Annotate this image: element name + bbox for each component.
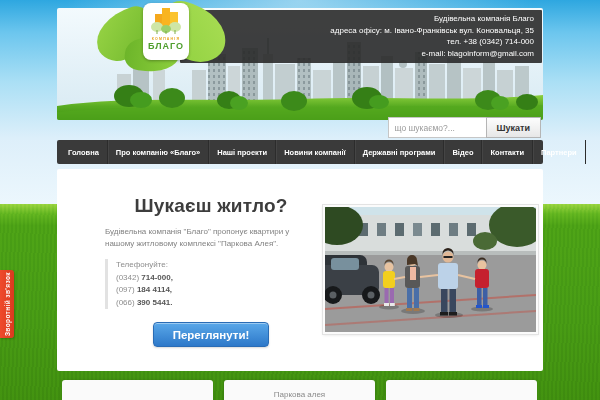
main-navigation: Головна Про компанію «Благо» Наші проект… <box>57 140 543 164</box>
footer-card-parkova-aleya[interactable]: Паркова алея <box>224 380 375 400</box>
nav-item-partners[interactable]: Партнери <box>533 140 586 164</box>
search-button[interactable]: Шукати <box>486 117 542 138</box>
nav-item-video[interactable]: Відео <box>444 140 482 164</box>
nav-item-projects[interactable]: Наші проекти <box>209 140 276 164</box>
intro-text: Будівельна компанія "Благо" пропонує ква… <box>105 226 317 250</box>
logo[interactable]: КОМПАНІЯ БЛАГО <box>95 0 231 82</box>
view-apartments-button[interactable]: Переглянути! <box>153 322 269 347</box>
nav-item-about[interactable]: Про компанію «Благо» <box>108 140 209 164</box>
family-photo <box>323 205 538 334</box>
logo-card: КОМПАНІЯ БЛАГО <box>143 3 189 60</box>
footer-card-label: Паркова алея <box>274 390 325 399</box>
nav-item-news[interactable]: Новини компанії <box>276 140 355 164</box>
phone-entry: (0342) 714-000, <box>116 272 317 285</box>
phone-list-label: Телефонуйте: <box>116 259 317 272</box>
contact-address: адреса офісу: м. Івано-Франківськ вул. К… <box>188 25 534 37</box>
phone-entry: (066) 390 5441. <box>116 297 317 310</box>
logo-building-icon <box>150 7 182 35</box>
phone-list: Телефонуйте: (0342) 714-000, (097) 184 4… <box>105 259 317 309</box>
search-bar: Шукати <box>388 117 542 138</box>
feedback-tab[interactable]: Зворотній зв'язок <box>0 270 14 338</box>
nav-item-state-programs[interactable]: Державні програми <box>355 140 445 164</box>
main-content-card: Шукаєш житло? Будівельна компанія "Благо… <box>57 169 543 371</box>
page-viewport: Будівельна компанія Благо адреса офісу: … <box>0 0 600 400</box>
family-photo-illustration <box>325 207 536 332</box>
footer-card-right[interactable] <box>386 380 537 400</box>
phone-entry: (097) 184 4114, <box>116 284 317 297</box>
header-contact-block: Будівельна компанія Благо адреса офісу: … <box>180 10 542 63</box>
nav-item-home[interactable]: Головна <box>60 140 108 164</box>
contact-phone: тел. +38 (0342) 714-000 <box>188 36 534 48</box>
feedback-tab-label: Зворотній зв'язок <box>4 272 11 336</box>
contact-company: Будівельна компанія Благо <box>188 13 534 25</box>
page-container: Будівельна компанія Благо адреса офісу: … <box>57 0 543 400</box>
nav-item-contacts[interactable]: Контакти <box>482 140 533 164</box>
contact-email: e-mail: blagoinform@gmail.com <box>188 48 534 60</box>
footer-card-left[interactable] <box>62 380 213 400</box>
logo-title: БЛАГО <box>148 41 184 51</box>
page-title: Шукаєш житло? <box>105 195 317 217</box>
search-input[interactable] <box>388 117 486 138</box>
promo-column: Шукаєш житло? Будівельна компанія "Благо… <box>105 195 317 347</box>
